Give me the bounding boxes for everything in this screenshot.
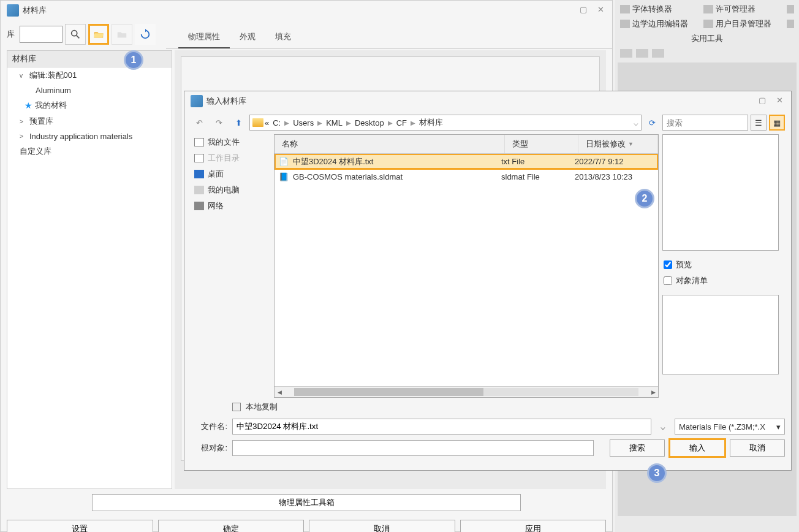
import-button[interactable]	[88, 24, 109, 45]
import-dialog: 输入材料库 ▢ ✕ ↶ ↷ ⬆ « C:▶ Users▶ KML▶ Deskto…	[184, 91, 792, 471]
refresh-button[interactable]	[135, 24, 156, 45]
search-input[interactable]	[662, 115, 748, 131]
app-icon	[7, 4, 19, 17]
cancel-button[interactable]: 取消	[309, 520, 455, 532]
col-date[interactable]: 日期被修改▼	[578, 135, 658, 153]
preview-panel: 预览 对象清单	[662, 134, 785, 398]
callout-3: 3	[647, 463, 667, 483]
tool-license-manager[interactable]: 许可管理器	[701, 2, 783, 16]
import-cancel-button[interactable]: 取消	[730, 439, 785, 457]
root-label: 根对象:	[191, 443, 227, 454]
objectlist-checkbox[interactable]	[664, 276, 672, 285]
doc-icon	[194, 154, 204, 162]
forward-button[interactable]: ↷	[210, 115, 227, 131]
type-filter-dropdown[interactable]: Materials File (*.Z3M;*.X▾	[675, 419, 785, 435]
col-name[interactable]: 名称	[275, 135, 505, 153]
expand-icon[interactable]: v	[20, 72, 27, 79]
file-row[interactable]: 📄 中望3D2024 材料库.txt txt File 2022/7/7 9:1…	[275, 154, 658, 169]
close-icon[interactable]: ✕	[595, 4, 606, 14]
tab-physical[interactable]: 物理属性	[178, 26, 230, 48]
expand-icon[interactable]: >	[20, 118, 27, 125]
toolbox-button[interactable]: 物理属性工具箱	[92, 494, 521, 511]
settings-button[interactable]: 设置	[7, 520, 153, 532]
nav-refresh-button[interactable]: ⟳	[644, 115, 660, 131]
tree-item-preset[interactable]: >预置库	[7, 113, 172, 129]
back-button[interactable]: ↶	[191, 115, 208, 131]
horizontal-scrollbar[interactable]: ◀ ▶	[275, 386, 658, 397]
folder-icon	[252, 118, 263, 127]
apply-button[interactable]: 应用	[460, 520, 607, 532]
tree-item-industry[interactable]: >Industry application materials	[7, 129, 172, 143]
file-list: 名称 类型 日期被修改▼ 📄 中望3D2024 材料库.txt txt File…	[274, 134, 659, 398]
filename-input[interactable]	[232, 419, 651, 435]
import-minimize-icon[interactable]: ▢	[757, 95, 768, 105]
search-button[interactable]: 搜索	[610, 439, 665, 457]
root-input[interactable]	[232, 440, 594, 456]
search-button[interactable]	[65, 24, 86, 45]
objectlist-checkbox-row[interactable]: 对象清单	[662, 273, 785, 289]
misc-icon-2[interactable]	[636, 49, 648, 58]
place-computer[interactable]: 我的电脑	[191, 182, 270, 198]
filename-dropdown-icon[interactable]: ⌵	[656, 419, 670, 435]
preview-box	[662, 134, 779, 251]
chevron-down-icon: ▾	[776, 422, 781, 431]
tool-user-dir-manager[interactable]: 用户目录管理器	[701, 17, 783, 31]
sort-desc-icon: ▼	[628, 141, 634, 147]
dropdown-icon[interactable]: ⌵	[634, 118, 638, 127]
col-type[interactable]: 类型	[505, 135, 578, 153]
library-label: 库	[7, 29, 15, 40]
desktop-icon	[194, 170, 204, 178]
tree-item-custom[interactable]: 自定义库	[7, 143, 172, 159]
network-icon	[194, 202, 204, 210]
crumb-kml[interactable]: KML	[324, 118, 345, 127]
import-close-icon[interactable]: ✕	[774, 95, 785, 105]
crumb-desktop[interactable]: Desktop	[352, 118, 387, 127]
crumb-matlib[interactable]: 材料库	[417, 117, 445, 128]
tree-panel: 材料库 v编辑:装配001 Aluminum ★我的材料 >预置库 >Indus…	[7, 50, 172, 489]
crumb-c[interactable]: C:	[270, 118, 283, 127]
misc-icon-3[interactable]	[652, 49, 664, 58]
tab-appearance[interactable]: 外观	[230, 26, 265, 48]
import-submit-button[interactable]: 输入	[670, 439, 725, 457]
tree-item-my-material[interactable]: ★我的材料	[7, 97, 172, 113]
place-workdir[interactable]: 工作目录	[191, 150, 270, 166]
library-input[interactable]	[20, 26, 62, 43]
local-copy-row: 本地复制	[184, 398, 791, 416]
preview-checkbox[interactable]	[664, 260, 672, 269]
svg-point-0	[72, 31, 77, 36]
local-copy-checkbox[interactable]	[232, 403, 241, 411]
tool-font-converter[interactable]: 字体转换器	[618, 2, 700, 16]
nav-bar: ↶ ↷ ⬆ « C:▶ Users▶ KML▶ Desktop▶ CF▶ 材料库…	[184, 111, 791, 134]
window-title: 材料库	[23, 5, 47, 16]
tree-header: 材料库	[7, 51, 172, 67]
place-desktop[interactable]: 桌面	[191, 166, 270, 182]
tool-extra-1[interactable]	[784, 2, 797, 16]
misc-icon-1[interactable]	[620, 49, 632, 58]
ok-button[interactable]: 确定	[158, 520, 305, 532]
breadcrumb[interactable]: « C:▶ Users▶ KML▶ Desktop▶ CF▶ 材料库 ⌵	[249, 115, 642, 131]
file-row[interactable]: 📘 GB-COSMOS materials.sldmat sldmat File…	[275, 169, 658, 184]
crumb-users[interactable]: Users	[290, 118, 316, 127]
place-myfiles[interactable]: 我的文件	[191, 134, 270, 150]
crumb-cf[interactable]: CF	[394, 118, 409, 127]
tab-fill[interactable]: 填充	[265, 26, 301, 48]
place-network[interactable]: 网络	[191, 198, 270, 214]
txt-file-icon: 📄	[278, 157, 289, 166]
view-detail-button[interactable]: ▦	[769, 115, 785, 131]
up-button[interactable]: ⬆	[230, 115, 247, 131]
export-button[interactable]	[112, 24, 132, 45]
minimize-icon[interactable]: ▢	[578, 4, 589, 14]
bottom-buttons: 设置 确定 取消 应用	[1, 515, 612, 532]
tree-item-aluminum[interactable]: Aluminum	[7, 83, 172, 97]
preview-checkbox-row[interactable]: 预览	[662, 257, 785, 273]
expand-icon[interactable]: >	[20, 133, 27, 140]
tree-item-edit[interactable]: v编辑:装配001	[7, 67, 172, 83]
import-app-icon	[191, 95, 203, 107]
star-icon: ★	[25, 101, 32, 110]
tool-learn-editor[interactable]: 边学边用编辑器	[618, 17, 700, 31]
tool-extra-2[interactable]	[784, 17, 797, 31]
doc-icon	[194, 138, 204, 146]
window-titlebar: 材料库 ▢ ✕	[1, 1, 612, 20]
view-list-button[interactable]: ☰	[751, 115, 767, 131]
svg-line-1	[77, 36, 80, 39]
